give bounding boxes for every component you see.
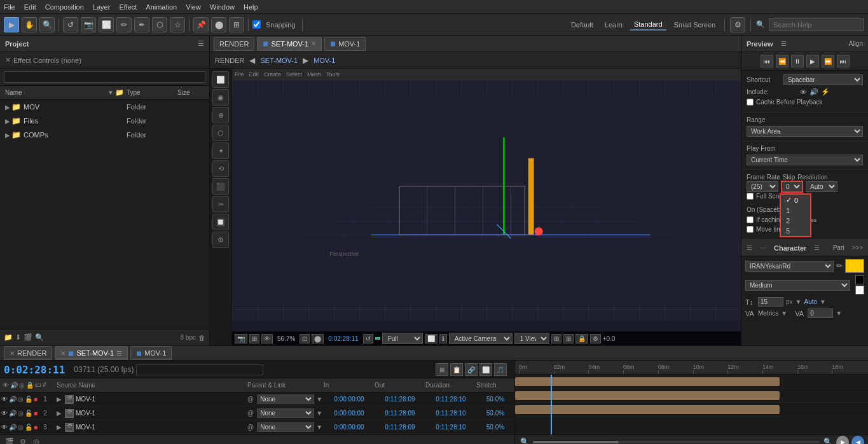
layer-audio-icon[interactable]: 🔊 (9, 424, 17, 431)
panel-menu-icon[interactable]: ☰ (198, 39, 204, 48)
layer-label-icon[interactable]: ■ (34, 410, 38, 417)
workspace-learn[interactable]: Learn (601, 20, 626, 30)
expand-arrow-icon[interactable]: ▶ (57, 396, 62, 403)
tab-close-icon[interactable]: ✕ (10, 350, 15, 357)
skip-option-5[interactable]: 5 (781, 226, 810, 236)
list-item[interactable]: ▶ 📁 COMPs Folder (0, 128, 209, 142)
effect-controls-tab[interactable]: ✕ Effect Controls (none) (0, 52, 209, 69)
bottom-solo-btn[interactable]: ◎ (31, 436, 42, 445)
tool-rect[interactable]: ⬜ (99, 17, 114, 32)
timeline-tab-render[interactable]: ✕ RENDER (4, 346, 52, 360)
vc-settings2-btn[interactable]: ⚙ (590, 334, 601, 343)
tool-brush[interactable]: ✏ (116, 17, 132, 32)
vs-btn-5[interactable]: ✦ (212, 142, 229, 159)
quality-select[interactable]: FullHalfQuarter (382, 333, 423, 344)
play-first-btn[interactable]: ⏮ (761, 55, 773, 67)
viewport[interactable]: File Edit Create Select Mesh Tools (232, 69, 741, 345)
nav-back-btn[interactable]: ◀ (249, 56, 255, 65)
layer-label-icon[interactable]: ■ (34, 396, 38, 403)
layer-solo-icon[interactable]: ◎ (18, 424, 24, 431)
vc-screen-btn[interactable]: ⬜ (425, 334, 437, 343)
search-input[interactable] (769, 18, 864, 31)
vc-grid2-btn[interactable]: ⊞ (563, 334, 574, 343)
metrics-dropdown-icon[interactable]: ▼ (781, 310, 787, 317)
view-count-select[interactable]: 1 View (514, 333, 549, 344)
timeline-tab-mov1[interactable]: ◼ MOV-1 (130, 346, 172, 360)
cache-checkbox[interactable] (747, 99, 754, 106)
dropdown-arrow-icon[interactable]: ▼ (796, 298, 802, 305)
snapping-checkbox[interactable] (252, 20, 261, 29)
vc-color-btn[interactable] (375, 337, 380, 340)
menu-composition[interactable]: Composition (45, 3, 84, 11)
layer-audio-icon[interactable]: 🔊 (9, 410, 17, 417)
play-forward-btn[interactable]: ▶ (806, 55, 819, 67)
layer-label-icon[interactable]: ■ (34, 424, 38, 431)
new-folder-icon[interactable]: 📁 (4, 333, 13, 342)
workspace-standard[interactable]: Standard (630, 19, 666, 31)
tl-go-to-time-btn[interactable]: ▶ (836, 436, 849, 445)
comp-tab-close[interactable]: ✕ (311, 40, 316, 47)
bit-depth-display[interactable]: 8 bpc (181, 334, 196, 341)
menu-effect[interactable]: Effect (119, 3, 137, 11)
menu-view[interactable]: View (186, 3, 201, 11)
skip-option-0[interactable]: ✓ 0 (781, 195, 810, 205)
workspace-settings-btn[interactable]: ⚙ (730, 17, 745, 32)
track-bar-1[interactable] (515, 377, 780, 386)
layer-eye-icon[interactable]: 👁 (1, 396, 8, 403)
list-item[interactable]: ▶ 📁 MOV Folder (0, 100, 209, 114)
table-row[interactable]: 👁 🔊 ◎ 🔓 ■ 2 ▶ 🎬 MOV-1 @ (0, 406, 514, 420)
tl-tool-4[interactable]: ⬜ (479, 363, 492, 376)
time-display[interactable]: 0:02:28:11 (328, 335, 358, 342)
tool-zoom[interactable]: 🔍 (39, 17, 55, 32)
vs-btn-10[interactable]: ⚙ (212, 232, 229, 248)
comp-tab-setmov1[interactable]: ◼ SET-MOV-1 ✕ (257, 37, 322, 51)
panels-dots[interactable]: ⋯ (760, 244, 766, 251)
tl-nav-btn[interactable]: ◀ (851, 436, 864, 445)
vc-view-btn[interactable]: 👁 (261, 334, 273, 343)
magnify-icon[interactable]: 🔍 (35, 333, 44, 342)
new-comp-icon[interactable]: 🎬 (24, 333, 32, 342)
tool-star[interactable]: ☆ (170, 17, 185, 32)
skip-option-2[interactable]: 2 (781, 216, 810, 226)
layer-eye-icon[interactable]: 👁 (1, 410, 8, 417)
panels-icon[interactable]: ☰ (747, 244, 752, 251)
play-last-btn[interactable]: ⏭ (837, 55, 850, 67)
preview-menu-icon[interactable]: ☰ (781, 40, 787, 47)
parent-select[interactable]: None (257, 408, 314, 418)
tl-tool-1[interactable]: ⊞ (436, 363, 448, 376)
expand-arrow-icon[interactable]: ▶ (57, 410, 62, 417)
tl-tool-5[interactable]: 🎵 (494, 363, 507, 376)
trash-icon[interactable]: 🗑 (198, 334, 205, 342)
include-video-icon[interactable]: 👁 (800, 88, 807, 96)
project-search-input[interactable] (4, 71, 205, 83)
tool-camera[interactable]: 📷 (81, 17, 96, 32)
include-audio-icon[interactable]: 🔊 (809, 88, 818, 96)
vc-grid-btn[interactable]: ⊞ (249, 334, 259, 343)
vs-btn-7[interactable]: ⬛ (212, 178, 229, 195)
list-item[interactable]: ▶ 📁 Files Folder (0, 114, 209, 128)
layer-lock-icon[interactable]: 🔓 (25, 410, 32, 417)
vs-btn-3[interactable]: ⊕ (212, 107, 229, 123)
bottom-settings-btn[interactable]: ⚙ (17, 436, 29, 445)
parent-select[interactable]: None (257, 394, 314, 404)
track-bar-2[interactable] (515, 391, 780, 400)
tab-menu-icon[interactable]: ☰ (116, 350, 122, 357)
vc-refresh-btn[interactable]: ↺ (363, 334, 373, 343)
zoom-display[interactable]: 56.7% (275, 335, 298, 342)
auto-dropdown-icon[interactable]: ▼ (820, 298, 826, 305)
workspace-small[interactable]: Small Screen (670, 20, 719, 30)
timeline-tab-setmov1[interactable]: ✕ ◼ SET-MOV-1 ☰ (55, 346, 128, 360)
tl-tool-3[interactable]: 🔗 (465, 363, 478, 376)
layer-solo-icon[interactable]: ◎ (18, 410, 24, 417)
table-row[interactable]: 👁 🔊 ◎ 🔓 ■ 3 ▶ 🎬 MOV-1 @ (0, 420, 514, 434)
tool-rotate[interactable]: ↺ (63, 17, 78, 32)
expand-arrow-icon[interactable]: ▶ (57, 424, 62, 431)
pen-icon[interactable]: ✏ (836, 261, 843, 270)
menu-window[interactable]: Window (210, 3, 235, 11)
shortcut-select[interactable]: Spacebar (783, 74, 863, 85)
menu-file[interactable]: File (4, 3, 15, 11)
tool-roto[interactable]: ⬤ (211, 17, 226, 32)
vc-fit-btn[interactable]: ⊡ (300, 334, 310, 343)
tl-zoom-in-btn[interactable]: 🔍 (822, 436, 834, 445)
comp-breadcrumb-2[interactable]: MOV-1 (313, 57, 335, 64)
